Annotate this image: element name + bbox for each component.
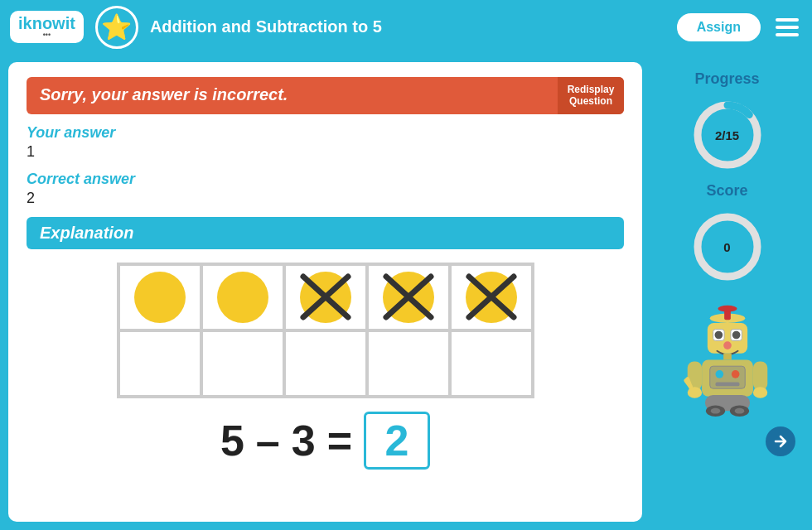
- logo-text: iknowit: [18, 15, 75, 31]
- score-label: Score: [706, 182, 747, 200]
- score-value: 0: [723, 240, 730, 254]
- content-area: Sorry, your answer is incorrect. Redispl…: [8, 62, 642, 522]
- incorrect-banner: Sorry, your answer is incorrect. Redispl…: [27, 77, 624, 114]
- your-answer-value: 1: [27, 143, 624, 161]
- hamburger-line: [776, 33, 799, 36]
- menu-button[interactable]: [772, 15, 802, 40]
- your-answer-label: Your answer: [27, 124, 624, 142]
- logo-sub: •••: [43, 31, 51, 39]
- x-overlay: [286, 266, 365, 329]
- grid-cell-2-4: [367, 330, 450, 397]
- grid-cell-1-5: [450, 264, 533, 330]
- grid-cell-2-5: [450, 330, 533, 397]
- score-ring: 0: [690, 210, 765, 284]
- lesson-title: Addition and Subtraction to 5: [150, 17, 665, 36]
- svg-point-17: [732, 331, 740, 340]
- arrow-right-icon: [772, 433, 789, 450]
- correct-answer-label: Correct answer: [27, 171, 624, 188]
- robot-svg: [678, 301, 777, 417]
- svg-rect-29: [752, 361, 766, 390]
- circle-grid: [117, 263, 534, 398]
- correct-answer-section: Correct answer 2: [27, 171, 624, 207]
- progress-value: 2/15: [715, 128, 739, 142]
- correct-answer-value: 2: [27, 190, 624, 207]
- yellow-circle: [217, 272, 268, 323]
- equation: 5 – 3 = 2: [220, 412, 430, 470]
- svg-point-30: [752, 387, 766, 398]
- grid-cell-2-1: [118, 330, 201, 397]
- svg-rect-24: [715, 382, 739, 386]
- next-arrow-button[interactable]: [766, 426, 795, 456]
- x-overlay: [369, 266, 448, 329]
- explanation-header: Explanation: [27, 217, 624, 249]
- app-header: iknowit ••• ⭐ Addition and Subtraction t…: [0, 0, 812, 54]
- hamburger-line: [776, 26, 799, 29]
- yellow-circle: [134, 272, 186, 323]
- grid-cell-1-2: [201, 264, 284, 330]
- equation-answer-box: 2: [364, 412, 430, 470]
- svg-point-18: [723, 341, 732, 349]
- logo: iknowit •••: [10, 11, 84, 43]
- hamburger-line: [776, 18, 799, 22]
- main-container: Sorry, your answer is incorrect. Redispl…: [0, 54, 812, 530]
- sidebar: Progress 2/15 Score 0: [650, 62, 804, 522]
- svg-point-34: [710, 408, 720, 414]
- equation-operator: –: [256, 416, 280, 465]
- star-icon: ⭐: [95, 6, 138, 49]
- grid-cell-1-4: [367, 264, 450, 330]
- grid-cell-2-3: [284, 330, 367, 397]
- svg-point-23: [731, 370, 739, 378]
- equation-middle: 3: [292, 416, 316, 465]
- svg-point-22: [715, 370, 723, 378]
- svg-point-16: [714, 331, 723, 340]
- equation-answer: 2: [385, 416, 409, 465]
- grid-cell-2-2: [201, 330, 284, 397]
- svg-point-12: [718, 306, 737, 312]
- assign-button[interactable]: Assign: [677, 13, 761, 41]
- visual-explanation: 5 – 3 = 2: [27, 263, 624, 470]
- x-overlay: [452, 266, 531, 329]
- incorrect-text: Sorry, your answer is incorrect.: [27, 77, 558, 114]
- svg-rect-19: [723, 354, 732, 360]
- equation-left: 5: [220, 416, 244, 465]
- redisplay-button[interactable]: Redisplay Question: [558, 77, 624, 114]
- svg-point-35: [734, 408, 744, 414]
- equation-equals: =: [327, 416, 352, 465]
- grid-cell-1-1: [118, 264, 201, 330]
- robot-illustration: [678, 301, 777, 417]
- progress-label: Progress: [694, 70, 759, 88]
- progress-ring: 2/15: [690, 98, 765, 172]
- grid-cell-1-3: [284, 264, 367, 330]
- your-answer-section: Your answer 1: [27, 124, 624, 161]
